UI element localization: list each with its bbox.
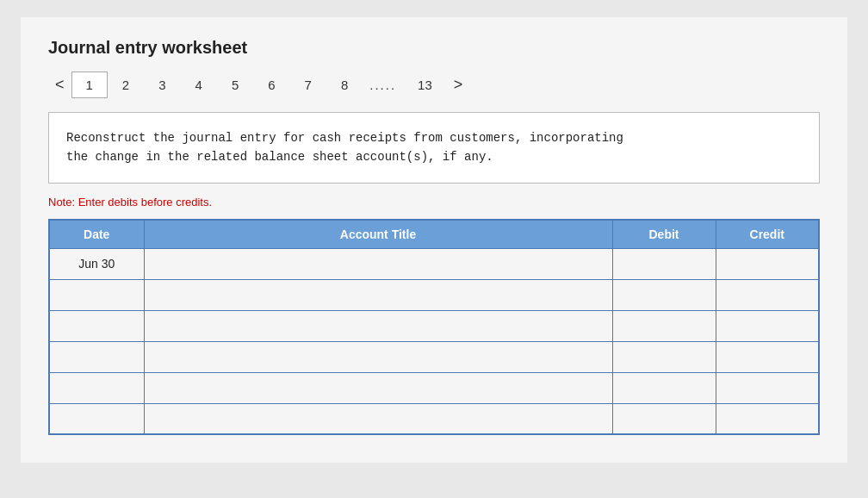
tab-dots: ..... [363, 72, 403, 97]
instruction-box: Reconstruct the journal entry for cash r… [48, 112, 820, 184]
account-input-1[interactable] [145, 249, 612, 279]
date-cell-3 [49, 310, 144, 341]
credit-input-2[interactable] [716, 280, 819, 310]
credit-input-1[interactable] [716, 249, 819, 279]
account-input-2[interactable] [145, 280, 612, 310]
account-input-5[interactable] [145, 373, 612, 403]
account-cell-5[interactable] [144, 372, 612, 403]
tabs-row: < 1 2 3 4 5 6 7 8 ..... 13 > [48, 72, 820, 98]
debit-input-6[interactable] [613, 404, 716, 434]
table-row [49, 372, 819, 403]
tab-6[interactable]: 6 [253, 72, 289, 98]
table-row: Jun 30 [49, 248, 819, 279]
account-cell-1[interactable] [144, 248, 612, 279]
credit-cell-3[interactable] [716, 310, 819, 341]
account-cell-3[interactable] [144, 310, 612, 341]
date-cell-6 [49, 403, 144, 434]
debit-cell-3[interactable] [612, 310, 716, 341]
credit-cell-4[interactable] [716, 341, 819, 372]
account-input-4[interactable] [145, 342, 612, 372]
tab-13[interactable]: 13 [403, 72, 447, 98]
table-row [49, 403, 819, 434]
credit-cell-5[interactable] [716, 372, 819, 403]
debit-input-5[interactable] [613, 373, 716, 403]
main-container: Journal entry worksheet < 1 2 3 4 5 6 7 … [21, 17, 847, 463]
header-debit: Debit [612, 220, 716, 249]
account-cell-4[interactable] [144, 341, 612, 372]
account-input-6[interactable] [145, 404, 612, 434]
debit-input-4[interactable] [613, 342, 716, 372]
prev-arrow[interactable]: < [48, 72, 71, 97]
credit-cell-1[interactable] [716, 248, 819, 279]
tab-1[interactable]: 1 [71, 72, 108, 98]
debit-input-3[interactable] [613, 311, 716, 341]
table-row [49, 341, 819, 372]
table-row [49, 310, 819, 341]
page-title: Journal entry worksheet [48, 38, 820, 58]
debit-cell-6[interactable] [612, 403, 716, 434]
credit-cell-6[interactable] [716, 403, 819, 434]
header-account: Account Title [144, 220, 612, 249]
date-cell-5 [49, 372, 144, 403]
tab-7[interactable]: 7 [290, 72, 326, 98]
debit-input-2[interactable] [613, 280, 716, 310]
debit-cell-5[interactable] [612, 372, 716, 403]
account-input-3[interactable] [145, 311, 612, 341]
date-cell-1: Jun 30 [49, 248, 144, 279]
credit-input-3[interactable] [716, 311, 819, 341]
account-cell-6[interactable] [144, 403, 612, 434]
header-credit: Credit [716, 220, 819, 249]
date-cell-4 [49, 341, 144, 372]
table-row [49, 279, 819, 310]
journal-table: Date Account Title Debit Credit Jun 30 [48, 219, 820, 436]
credit-cell-2[interactable] [716, 279, 819, 310]
instruction-text: Reconstruct the journal entry for cash r… [66, 131, 623, 164]
tab-5[interactable]: 5 [217, 72, 253, 98]
tab-8[interactable]: 8 [326, 72, 363, 98]
date-cell-2 [49, 279, 144, 310]
note-text: Note: Enter debits before credits. [48, 196, 820, 209]
debit-input-1[interactable] [613, 249, 716, 279]
debit-cell-1[interactable] [612, 248, 716, 279]
tab-3[interactable]: 3 [144, 72, 180, 98]
next-arrow[interactable]: > [447, 72, 470, 97]
debit-cell-2[interactable] [612, 279, 716, 310]
credit-input-5[interactable] [716, 373, 819, 403]
debit-cell-4[interactable] [612, 341, 716, 372]
tab-4[interactable]: 4 [181, 72, 217, 98]
tab-2[interactable]: 2 [108, 72, 144, 98]
header-date: Date [49, 220, 144, 249]
credit-input-6[interactable] [716, 404, 819, 434]
credit-input-4[interactable] [716, 342, 819, 372]
account-cell-2[interactable] [144, 279, 612, 310]
